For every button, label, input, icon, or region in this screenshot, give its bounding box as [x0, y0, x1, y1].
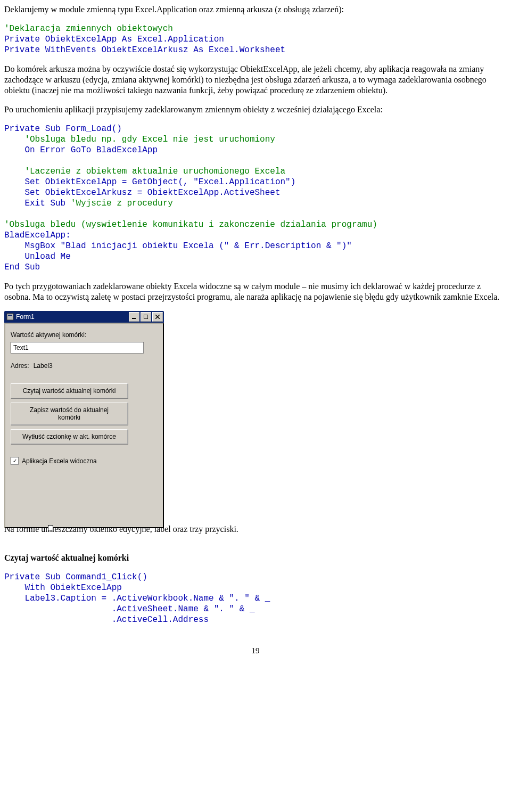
code-line: Set ObiektExcelArkusz = ObiektExcelApp.A… — [4, 188, 280, 198]
paragraph-explanation: Do komórek arkusza można by oczywiście d… — [4, 64, 507, 96]
form-icon — [6, 313, 14, 321]
label3-value: Label3 — [34, 361, 53, 371]
code-line: With ObiektExcelApp — [4, 583, 122, 593]
excel-visible-checkbox[interactable]: ✓ Aplikacja Excela widoczna — [11, 457, 158, 465]
svg-rect-2 — [132, 318, 136, 319]
form-title: Form1 — [16, 313, 35, 321]
maximize-button[interactable] — [141, 312, 151, 322]
code-comment: 'Wyjscie z procedury — [71, 199, 173, 208]
code-line: Label3.Caption = .ActiveWorkbook.Name & … — [4, 594, 270, 603]
code-line: End Sub — [4, 263, 40, 272]
code-line: Private Sub Form_Load() — [4, 124, 122, 134]
code-line: Set ObiektExcelApp = GetObject(, "Excel.… — [4, 177, 295, 187]
read-cell-button[interactable]: Czytaj wartość aktualnej komórki — [11, 383, 128, 398]
resize-handle[interactable] — [48, 525, 53, 530]
code-line: On Error GoTo BladExcelApp — [4, 145, 158, 155]
code-line: .ActiveCell.Address — [4, 615, 209, 625]
code-comment: 'Laczenie z obiektem aktualnie uruchomio… — [4, 167, 285, 176]
code-line: Unload Me — [4, 252, 71, 261]
bold-font-button[interactable]: Wytłuść czcionkę w akt. komórce — [11, 429, 128, 444]
code-block-formload: Private Sub Form_Load() 'Obsluga bledu n… — [4, 124, 507, 273]
code-line: .ActiveSheet.Name & ". " & _ — [4, 604, 254, 614]
close-button[interactable] — [152, 312, 163, 322]
form-client-area[interactable]: Wartość aktywnej komórki: Adres: Label3 … — [4, 323, 164, 528]
code-line: Private Sub Command1_Click() — [4, 572, 147, 582]
code-line: Private ObiektExcelApp As Excel.Applicat… — [4, 35, 224, 44]
code-line: Exit Sub — [4, 199, 71, 208]
code-comment: 'Deklaracja zmiennych obiektowych — [4, 24, 173, 34]
paragraph-runtime: Po uruchomieniu aplikacji przypisujemy z… — [4, 104, 507, 115]
checkbox-label: Aplikacja Excela widoczna — [22, 457, 97, 465]
page-number: 19 — [4, 646, 507, 655]
code-line: MsgBox "Blad inicjacji obiektu Excela ("… — [4, 241, 352, 251]
code-line: Private WithEvents ObiektExcelArkusz As … — [4, 45, 285, 55]
checkbox-icon: ✓ — [11, 457, 19, 465]
write-cell-button[interactable]: Zapisz wartość do aktualnej komórki — [11, 403, 128, 425]
label-address-prefix: Adres: — [11, 361, 29, 371]
paragraph-after-setup: Po tych przygotowaniach zadeklarowane ob… — [4, 281, 507, 302]
vb-form-designer: Form1 Wartość aktywnej komórki: Adres: L… — [4, 311, 164, 513]
minimize-button[interactable] — [129, 312, 139, 322]
paragraph-declare: Deklarujemy w module zmienną typu Excel.… — [4, 4, 507, 15]
code-comment: 'Obsluga bledu (wyswietlenie komunikatu … — [4, 220, 377, 229]
code-line: BladExcelApp: — [4, 231, 71, 240]
code-block-declarations: 'Deklaracja zmiennych obiektowych Privat… — [4, 23, 507, 55]
code-block-command1: Private Sub Command1_Click() With Obiekt… — [4, 572, 507, 625]
svg-rect-3 — [144, 315, 148, 319]
form-titlebar[interactable]: Form1 — [4, 311, 164, 323]
svg-rect-1 — [8, 315, 12, 316]
label-active-cell-value: Wartość aktywnej komórki: — [11, 330, 158, 340]
text1-input[interactable] — [11, 342, 144, 354]
code-comment: 'Obsluga bledu np. gdy Excel nie jest ur… — [4, 135, 275, 144]
heading-read-cell: Czytaj wartość aktualnej komórki — [4, 553, 507, 563]
svg-rect-0 — [7, 314, 13, 320]
